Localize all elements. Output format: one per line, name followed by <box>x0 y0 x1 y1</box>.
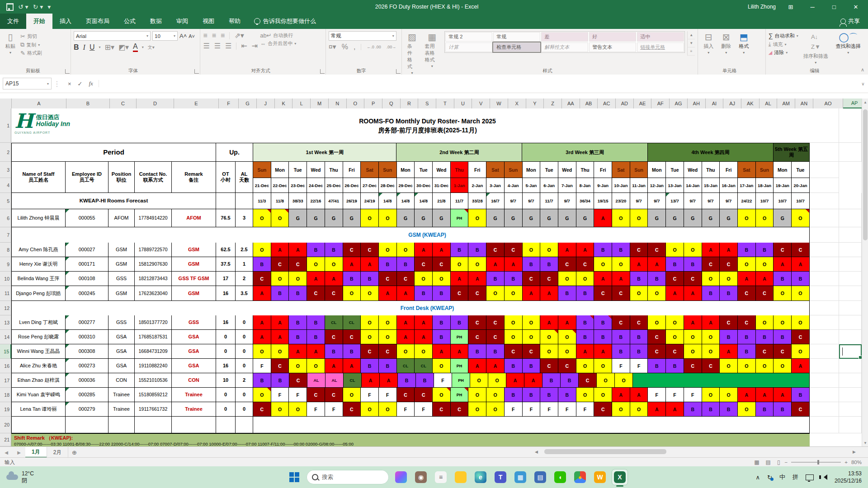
shift-cell[interactable]: C <box>666 344 684 359</box>
staff-remark[interactable]: GSA <box>172 344 216 359</box>
shift-cell[interactable]: C <box>468 315 486 330</box>
save-icon[interactable] <box>6 3 14 11</box>
align-center-icon[interactable]: ☰ <box>214 42 221 50</box>
shift-cell[interactable]: O <box>630 286 648 301</box>
shift-cell[interactable]: B <box>774 272 792 286</box>
staff-al[interactable]: 2 <box>236 373 253 388</box>
shift-cell[interactable]: A <box>468 272 486 286</box>
shift-cell[interactable]: F <box>540 402 558 417</box>
shift-cell[interactable]: A <box>576 243 594 257</box>
shift-cell[interactable]: C <box>774 243 792 257</box>
cell-style-chip[interactable]: 链接单元格 <box>637 42 684 52</box>
al-header[interactable]: AL天数 <box>236 162 253 193</box>
staff-ot[interactable]: 0 <box>216 330 236 344</box>
ribbon-tab-审阅[interactable]: 审阅 <box>169 14 195 29</box>
date-cell[interactable]: 19-Jan <box>774 178 792 193</box>
staff-position[interactable]: GSM <box>108 257 135 272</box>
shift-cell[interactable]: A <box>630 257 648 272</box>
column-header-AO[interactable]: AO <box>813 99 843 108</box>
row-header-11[interactable]: 11 <box>0 286 11 301</box>
shift-cell[interactable]: B <box>684 257 702 272</box>
column-header-W[interactable]: W <box>490 99 508 108</box>
shift-cell[interactable]: O <box>486 402 505 417</box>
day-name-cell[interactable]: Tue <box>792 162 810 178</box>
sheet-nav-left-icon[interactable]: ◀ <box>0 447 13 458</box>
shift-cell[interactable]: C <box>630 243 648 257</box>
shift-cell[interactable]: O <box>702 330 720 344</box>
shift-cell[interactable]: F <box>434 373 452 388</box>
shift-cell[interactable]: A <box>397 330 415 344</box>
empty-day-band[interactable] <box>253 417 810 433</box>
row-header-19[interactable]: 19 <box>0 402 11 417</box>
staff-contact[interactable]: 17889722570 <box>135 243 172 257</box>
week-band[interactable]: 3rd Week 第三周 <box>522 143 648 162</box>
shift-cell[interactable]: A <box>271 315 289 330</box>
sort-filter-button[interactable]: A↓Z▼ 排序和筛选▾ <box>801 31 831 66</box>
ribbon-display-options-icon[interactable]: ⊞ <box>784 4 797 10</box>
date-cell[interactable]: 14-Jan <box>684 178 702 193</box>
day-name-cell[interactable]: Tue <box>540 162 558 178</box>
shift-cell[interactable]: O <box>307 359 325 373</box>
shift-cell[interactable]: O <box>792 286 810 301</box>
column-header-R[interactable]: R <box>401 99 419 108</box>
shift-cell[interactable]: C <box>397 388 415 402</box>
forecast-cell[interactable]: 47/41 <box>325 193 343 209</box>
wechat-icon[interactable]: ◖ <box>552 469 568 485</box>
week-band[interactable]: 2nd Week 第二周 <box>396 143 522 162</box>
staff-ot[interactable]: 76.5 <box>216 209 236 227</box>
row-header-18[interactable]: 18 <box>0 388 11 402</box>
shift-cell[interactable]: C <box>451 286 469 301</box>
excel-icon[interactable]: X <box>612 469 627 485</box>
forecast-cell[interactable]: 26/19 <box>343 193 361 209</box>
shift-cell[interactable]: A <box>666 286 684 301</box>
date-cell[interactable]: 3-Jan <box>486 178 505 193</box>
shift-cell[interactable]: B <box>558 286 576 301</box>
shift-cell[interactable]: B <box>361 272 379 286</box>
shift-cell[interactable]: B <box>505 359 523 373</box>
shift-cell[interactable]: C <box>271 257 289 272</box>
day-name-cell[interactable]: Mon <box>523 162 541 178</box>
date-cell[interactable]: 6-Jan <box>540 178 558 193</box>
taskbar-search[interactable]: 搜索 <box>307 470 389 484</box>
ribbon-tab-数据[interactable]: 数据 <box>143 14 169 29</box>
shift-cell[interactable]: A <box>540 315 558 330</box>
calculator-icon[interactable]: ▤ <box>533 469 548 485</box>
staff-remark[interactable]: GSM <box>172 243 216 257</box>
date-cell[interactable]: 29-Dec <box>397 178 415 193</box>
cell-ao[interactable] <box>810 143 839 162</box>
cell-style-chip[interactable]: 检查单元格 <box>493 42 540 52</box>
row-header-14[interactable]: 14 <box>0 330 11 344</box>
notes-icon[interactable]: ≡ <box>433 469 448 485</box>
shift-cell[interactable]: B <box>648 359 666 373</box>
forecast-cell[interactable]: 14/8 <box>415 193 433 209</box>
day-name-cell[interactable]: Mon <box>397 162 415 178</box>
shift-cell[interactable]: C <box>648 243 666 257</box>
edge-icon[interactable]: e <box>473 469 488 485</box>
shift-cell[interactable]: O <box>738 209 756 227</box>
fill-color-icon[interactable]: ◩▾ <box>118 43 129 52</box>
shift-cell[interactable]: B <box>612 243 630 257</box>
column-header-E[interactable]: E <box>174 99 219 108</box>
shift-cell[interactable]: O <box>361 209 379 227</box>
sheet-tab-2月[interactable]: 2月 <box>47 447 69 458</box>
ribbon-tab-页面布局[interactable]: 页面布局 <box>79 14 117 29</box>
shift-cell[interactable]: C <box>397 272 415 286</box>
row-header-7[interactable]: 7 <box>0 227 11 243</box>
shift-cell[interactable]: O <box>666 243 684 257</box>
shift-cell[interactable]: F <box>666 388 684 402</box>
date-cell[interactable]: 2-Jan <box>468 178 486 193</box>
shift-cell[interactable]: O <box>756 257 774 272</box>
shift-cell[interactable]: PH <box>452 373 470 388</box>
font-color-icon[interactable]: A <box>133 42 138 52</box>
shift-cell[interactable]: G <box>702 209 720 227</box>
shift-cell[interactable]: A <box>594 344 612 359</box>
shift-cell[interactable]: B <box>630 344 648 359</box>
shift-cell[interactable]: B <box>594 315 612 330</box>
shift-cell[interactable]: B <box>648 272 666 286</box>
shift-cell[interactable]: C <box>666 272 684 286</box>
staff-position[interactable]: CON <box>108 373 135 388</box>
align-right-icon[interactable]: ☰ <box>225 42 231 50</box>
day-name-cell[interactable]: Mon <box>648 162 666 178</box>
shift-cell[interactable]: B <box>416 373 434 388</box>
staff-ot[interactable]: 16 <box>216 359 236 373</box>
